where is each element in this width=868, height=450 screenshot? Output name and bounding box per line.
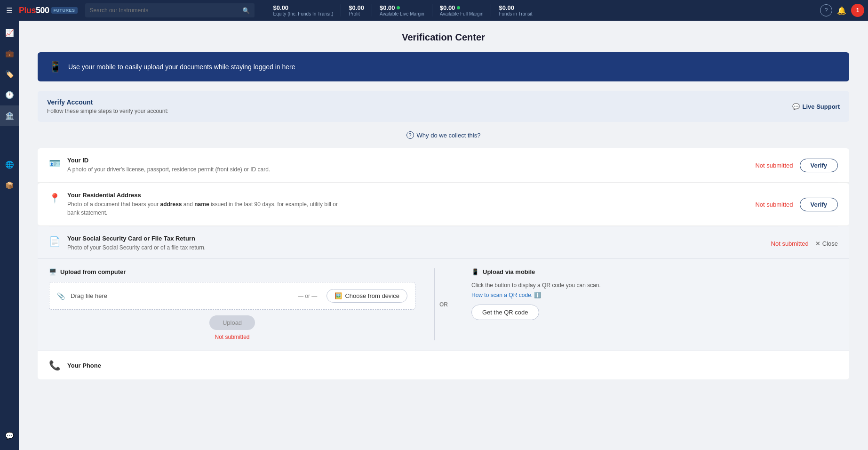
verification-item-id: 🪪 Your ID A photo of your driver's licen… xyxy=(38,148,849,183)
upload-mobile-label: Upload via mobile xyxy=(483,268,535,275)
get-qr-code-button[interactable]: Get the QR code xyxy=(471,305,539,320)
logo-text: Plus500 xyxy=(19,6,49,16)
mobile-desc: Click the button to display a QR code yo… xyxy=(471,282,838,289)
scan-link[interactable]: How to scan a QR code. ℹ️ xyxy=(471,292,541,298)
nav-portfolio[interactable]: 💼 xyxy=(0,43,19,64)
nav-chat[interactable]: 💬 xyxy=(0,426,19,446)
verify-account-subtitle: Follow these simple steps to verify your… xyxy=(47,108,168,114)
why-collect-icon: ? xyxy=(406,131,414,139)
nav-globe[interactable]: 🌐 xyxy=(0,154,19,175)
stat-profit-value: $0.00 xyxy=(349,4,364,11)
hamburger-icon: ☰ xyxy=(6,6,13,15)
search-bar[interactable]: 🔍 xyxy=(85,3,255,17)
topbar: ☰ Plus500 FUTURES 🔍 $0.00 Equity (Inc. F… xyxy=(0,0,868,21)
stat-funds-label: Funds in Transit xyxy=(499,11,532,16)
ver-ss-title: Your Social Security Card or File Tax Re… xyxy=(67,235,206,242)
logo-plus: Plus xyxy=(19,6,36,15)
mobile-banner-text: Use your mobile to easily upload your do… xyxy=(68,63,295,71)
upload-computer-label: Upload from computer xyxy=(60,268,126,275)
ss-icon: 📄 xyxy=(49,236,61,247)
choose-label: Choose from device xyxy=(345,292,399,299)
ver-ss-right: Not submitted ✕ Close xyxy=(771,240,838,247)
user-avatar[interactable]: 1 xyxy=(851,4,864,17)
close-button[interactable]: ✕ Close xyxy=(815,240,838,247)
stat-profit[interactable]: $0.00 Profit xyxy=(341,4,372,16)
nav-chart[interactable]: 📈 xyxy=(0,23,19,43)
ver-address-desc: Photo of a document that bears your addr… xyxy=(67,200,340,217)
logo[interactable]: Plus500 FUTURES xyxy=(19,6,78,16)
sidebar-nav: 📈 💼 🏷️ 🕐 🏦 🌐 📦 💬 xyxy=(0,21,19,450)
expanded-header: 📄 Your Social Security Card or File Tax … xyxy=(38,226,849,259)
computer-icon: 🖥️ xyxy=(49,268,56,275)
ver-ss-info: Your Social Security Card or File Tax Re… xyxy=(67,235,206,252)
ver-address-title: Your Residential Address xyxy=(67,192,340,199)
upload-button[interactable]: Upload xyxy=(209,315,255,330)
verify-id-button[interactable]: Verify xyxy=(800,159,838,172)
ver-id-right: Not submitted Verify xyxy=(755,159,838,172)
expanded-social-security: 📄 Your Social Security Card or File Tax … xyxy=(38,226,849,350)
why-collect-text: Why do we collect this? xyxy=(417,132,481,139)
stat-equity[interactable]: $0.00 Equity (Inc. Funds In Transit) xyxy=(266,4,342,16)
phone-section-preview: 📞 Your Phone xyxy=(38,351,849,379)
stat-live-margin[interactable]: $0.00 Available Live Margin xyxy=(372,4,432,16)
stat-equity-label: Equity (Inc. Funds In Transit) xyxy=(273,11,334,16)
verify-address-button[interactable]: Verify xyxy=(800,198,838,211)
nav-box[interactable]: 📦 xyxy=(0,175,19,196)
phone-icon: 📞 xyxy=(49,360,61,371)
ver-ss-status: Not submitted xyxy=(771,240,809,247)
nav-tags[interactable]: 🏷️ xyxy=(0,64,19,85)
stat-equity-value: $0.00 xyxy=(273,4,289,11)
address-icon: 📍 xyxy=(49,193,61,204)
upload-status: Not submitted xyxy=(49,334,415,340)
stat-full-margin[interactable]: $0.00 Available Full Margin xyxy=(432,4,492,16)
ver-address-status: Not submitted xyxy=(755,201,793,208)
verify-account-left: Verify Account Follow these simple steps… xyxy=(47,98,168,114)
ver-address-left: 📍 Your Residential Address Photo of a do… xyxy=(49,192,340,217)
ver-address-right: Not submitted Verify xyxy=(755,198,838,211)
nav-bank[interactable]: 🏦 xyxy=(0,105,19,126)
hamburger-menu[interactable]: ☰ xyxy=(0,0,19,21)
drag-drop-area[interactable]: 📎 Drag file here — or — 🖼️ Choose from d… xyxy=(49,282,415,310)
scan-link-text: How to scan a QR code. xyxy=(471,292,533,298)
upload-mobile: 📱 Upload via mobile Click the button to … xyxy=(453,268,838,340)
live-margin-dot xyxy=(397,6,400,9)
help-button[interactable]: ? xyxy=(820,4,832,16)
drag-file-icon: 📎 xyxy=(57,292,65,300)
search-input[interactable] xyxy=(90,7,242,14)
main-wrapper: 📈 💼 🏷️ 🕐 🏦 🌐 📦 💬 Verification Center 📱 U… xyxy=(0,0,868,450)
why-collect[interactable]: ? Why do we collect this? xyxy=(38,131,849,139)
choose-from-device-button[interactable]: 🖼️ Choose from device xyxy=(326,289,407,303)
futures-badge: FUTURES xyxy=(51,7,78,14)
stat-full-margin-label: Available Full Margin xyxy=(440,11,484,16)
upload-mobile-title: 📱 Upload via mobile xyxy=(471,268,838,275)
notifications-button[interactable]: 🔔 xyxy=(834,3,849,18)
mobile-banner-icon: 📱 xyxy=(49,61,62,73)
topbar-stats: $0.00 Equity (Inc. Funds In Transit) $0.… xyxy=(266,4,540,16)
ver-ss-left: 📄 Your Social Security Card or File Tax … xyxy=(49,235,206,252)
ver-id-title: Your ID xyxy=(67,157,270,164)
search-icon[interactable]: 🔍 xyxy=(242,7,250,14)
ver-id-desc: A photo of your driver's license, passpo… xyxy=(67,165,270,174)
upload-computer-title: 🖥️ Upload from computer xyxy=(49,268,415,275)
verify-account-title: Verify Account xyxy=(47,98,168,106)
nav-history[interactable]: 🕐 xyxy=(0,85,19,105)
or-vertical-divider: OR xyxy=(435,268,453,340)
live-support-label: Live Support xyxy=(803,103,840,110)
phone-title: Your Phone xyxy=(67,362,101,369)
notification-icon: 🔔 xyxy=(837,6,846,15)
verification-item-address: 📍 Your Residential Address Photo of a do… xyxy=(38,183,849,226)
ver-id-info: Your ID A photo of your driver's license… xyxy=(67,157,270,174)
stat-full-margin-value: $0.00 xyxy=(440,4,461,11)
stat-funds-value: $0.00 xyxy=(499,4,514,11)
or-text: — or — xyxy=(298,293,317,299)
live-support-button[interactable]: 💬 Live Support xyxy=(792,103,840,110)
upload-area: 🖥️ Upload from computer 📎 Drag file here… xyxy=(38,259,849,350)
close-label: Close xyxy=(822,240,838,247)
live-support-icon: 💬 xyxy=(792,103,800,110)
ver-id-status: Not submitted xyxy=(755,162,793,169)
ver-id-left: 🪪 Your ID A photo of your driver's licen… xyxy=(49,157,270,174)
choose-icon: 🖼️ xyxy=(334,292,342,299)
scan-info-icon: ℹ️ xyxy=(534,292,541,298)
stat-funds-transit[interactable]: $0.00 Funds in Transit xyxy=(491,4,540,16)
topbar-actions: ? 🔔 1 xyxy=(820,3,868,18)
